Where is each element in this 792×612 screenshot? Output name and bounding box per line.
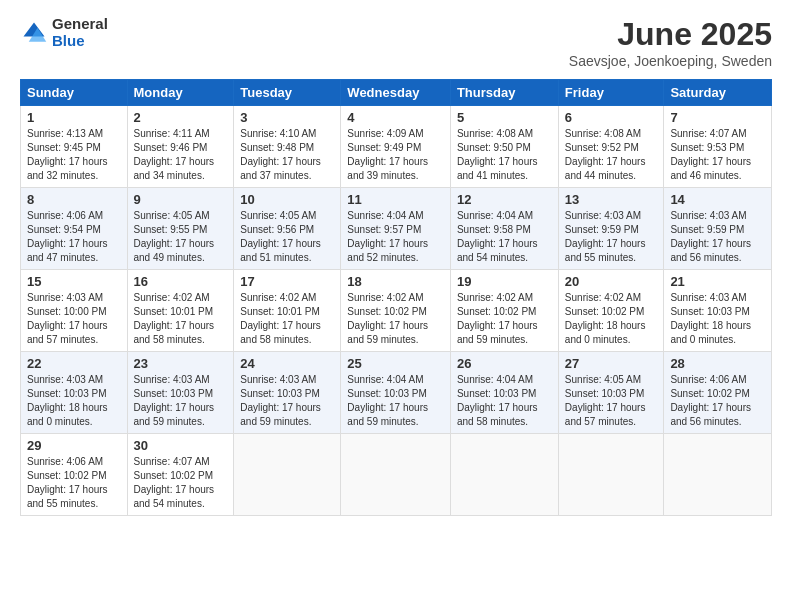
day-number: 21 (670, 274, 765, 289)
day-info: Sunrise: 4:02 AMSunset: 10:02 PMDaylight… (457, 291, 552, 347)
calendar-week-row: 1Sunrise: 4:13 AMSunset: 9:45 PMDaylight… (21, 106, 772, 188)
day-number: 6 (565, 110, 658, 125)
day-number: 9 (134, 192, 228, 207)
logo-text: General Blue (52, 16, 108, 49)
day-number: 3 (240, 110, 334, 125)
calendar-cell: 22Sunrise: 4:03 AMSunset: 10:03 PMDaylig… (21, 352, 128, 434)
day-number: 13 (565, 192, 658, 207)
calendar-cell: 28Sunrise: 4:06 AMSunset: 10:02 PMDaylig… (664, 352, 772, 434)
day-number: 7 (670, 110, 765, 125)
day-number: 18 (347, 274, 444, 289)
logo-general: General (52, 16, 108, 33)
calendar-cell (558, 434, 664, 516)
day-number: 23 (134, 356, 228, 371)
calendar-cell: 24Sunrise: 4:03 AMSunset: 10:03 PMDaylig… (234, 352, 341, 434)
day-number: 16 (134, 274, 228, 289)
day-number: 12 (457, 192, 552, 207)
day-info: Sunrise: 4:02 AMSunset: 10:02 PMDaylight… (565, 291, 658, 347)
day-number: 1 (27, 110, 121, 125)
calendar-cell: 23Sunrise: 4:03 AMSunset: 10:03 PMDaylig… (127, 352, 234, 434)
day-number: 10 (240, 192, 334, 207)
day-number: 22 (27, 356, 121, 371)
day-number: 24 (240, 356, 334, 371)
logo: General Blue (20, 16, 108, 49)
calendar-cell: 4Sunrise: 4:09 AMSunset: 9:49 PMDaylight… (341, 106, 451, 188)
day-info: Sunrise: 4:03 AMSunset: 10:00 PMDaylight… (27, 291, 121, 347)
day-number: 19 (457, 274, 552, 289)
calendar-page: General Blue June 2025 Saevsjoe, Joenkoe… (0, 0, 792, 612)
col-thursday: Thursday (450, 80, 558, 106)
calendar-cell: 17Sunrise: 4:02 AMSunset: 10:01 PMDaylig… (234, 270, 341, 352)
col-monday: Monday (127, 80, 234, 106)
day-info: Sunrise: 4:06 AMSunset: 10:02 PMDaylight… (27, 455, 121, 511)
calendar-cell (450, 434, 558, 516)
day-number: 14 (670, 192, 765, 207)
day-info: Sunrise: 4:04 AMSunset: 9:58 PMDaylight:… (457, 209, 552, 265)
calendar-week-row: 29Sunrise: 4:06 AMSunset: 10:02 PMDaylig… (21, 434, 772, 516)
col-sunday: Sunday (21, 80, 128, 106)
calendar-cell: 5Sunrise: 4:08 AMSunset: 9:50 PMDaylight… (450, 106, 558, 188)
calendar-cell (664, 434, 772, 516)
day-info: Sunrise: 4:02 AMSunset: 10:02 PMDaylight… (347, 291, 444, 347)
calendar-cell: 26Sunrise: 4:04 AMSunset: 10:03 PMDaylig… (450, 352, 558, 434)
calendar-cell: 29Sunrise: 4:06 AMSunset: 10:02 PMDaylig… (21, 434, 128, 516)
day-number: 28 (670, 356, 765, 371)
day-number: 17 (240, 274, 334, 289)
header-row: Sunday Monday Tuesday Wednesday Thursday… (21, 80, 772, 106)
calendar-cell (234, 434, 341, 516)
calendar-cell: 12Sunrise: 4:04 AMSunset: 9:58 PMDayligh… (450, 188, 558, 270)
calendar-cell: 6Sunrise: 4:08 AMSunset: 9:52 PMDaylight… (558, 106, 664, 188)
day-info: Sunrise: 4:09 AMSunset: 9:49 PMDaylight:… (347, 127, 444, 183)
day-info: Sunrise: 4:03 AMSunset: 9:59 PMDaylight:… (565, 209, 658, 265)
day-info: Sunrise: 4:03 AMSunset: 10:03 PMDaylight… (134, 373, 228, 429)
day-info: Sunrise: 4:05 AMSunset: 10:03 PMDaylight… (565, 373, 658, 429)
calendar-cell: 18Sunrise: 4:02 AMSunset: 10:02 PMDaylig… (341, 270, 451, 352)
col-saturday: Saturday (664, 80, 772, 106)
calendar-cell: 7Sunrise: 4:07 AMSunset: 9:53 PMDaylight… (664, 106, 772, 188)
day-number: 15 (27, 274, 121, 289)
day-number: 5 (457, 110, 552, 125)
day-number: 29 (27, 438, 121, 453)
day-info: Sunrise: 4:13 AMSunset: 9:45 PMDaylight:… (27, 127, 121, 183)
day-number: 30 (134, 438, 228, 453)
calendar-table: Sunday Monday Tuesday Wednesday Thursday… (20, 79, 772, 516)
day-number: 2 (134, 110, 228, 125)
day-info: Sunrise: 4:08 AMSunset: 9:50 PMDaylight:… (457, 127, 552, 183)
day-number: 26 (457, 356, 552, 371)
calendar-cell: 10Sunrise: 4:05 AMSunset: 9:56 PMDayligh… (234, 188, 341, 270)
calendar-cell: 1Sunrise: 4:13 AMSunset: 9:45 PMDaylight… (21, 106, 128, 188)
title-block: June 2025 Saevsjoe, Joenkoeping, Sweden (569, 16, 772, 69)
day-number: 4 (347, 110, 444, 125)
calendar-cell: 3Sunrise: 4:10 AMSunset: 9:48 PMDaylight… (234, 106, 341, 188)
logo-blue: Blue (52, 33, 108, 50)
day-number: 20 (565, 274, 658, 289)
calendar-cell: 2Sunrise: 4:11 AMSunset: 9:46 PMDaylight… (127, 106, 234, 188)
calendar-cell: 30Sunrise: 4:07 AMSunset: 10:02 PMDaylig… (127, 434, 234, 516)
calendar-cell: 27Sunrise: 4:05 AMSunset: 10:03 PMDaylig… (558, 352, 664, 434)
calendar-week-row: 8Sunrise: 4:06 AMSunset: 9:54 PMDaylight… (21, 188, 772, 270)
calendar-cell: 16Sunrise: 4:02 AMSunset: 10:01 PMDaylig… (127, 270, 234, 352)
calendar-cell: 14Sunrise: 4:03 AMSunset: 9:59 PMDayligh… (664, 188, 772, 270)
day-info: Sunrise: 4:02 AMSunset: 10:01 PMDaylight… (134, 291, 228, 347)
day-info: Sunrise: 4:04 AMSunset: 10:03 PMDaylight… (347, 373, 444, 429)
day-info: Sunrise: 4:07 AMSunset: 9:53 PMDaylight:… (670, 127, 765, 183)
day-number: 25 (347, 356, 444, 371)
calendar-cell: 11Sunrise: 4:04 AMSunset: 9:57 PMDayligh… (341, 188, 451, 270)
day-number: 11 (347, 192, 444, 207)
subtitle: Saevsjoe, Joenkoeping, Sweden (569, 53, 772, 69)
day-info: Sunrise: 4:10 AMSunset: 9:48 PMDaylight:… (240, 127, 334, 183)
calendar-cell: 21Sunrise: 4:03 AMSunset: 10:03 PMDaylig… (664, 270, 772, 352)
day-info: Sunrise: 4:11 AMSunset: 9:46 PMDaylight:… (134, 127, 228, 183)
logo-icon (20, 19, 48, 47)
calendar-cell: 13Sunrise: 4:03 AMSunset: 9:59 PMDayligh… (558, 188, 664, 270)
calendar-cell: 20Sunrise: 4:02 AMSunset: 10:02 PMDaylig… (558, 270, 664, 352)
day-number: 8 (27, 192, 121, 207)
calendar-week-row: 22Sunrise: 4:03 AMSunset: 10:03 PMDaylig… (21, 352, 772, 434)
day-info: Sunrise: 4:03 AMSunset: 9:59 PMDaylight:… (670, 209, 765, 265)
main-title: June 2025 (569, 16, 772, 53)
header: General Blue June 2025 Saevsjoe, Joenkoe… (20, 16, 772, 69)
col-tuesday: Tuesday (234, 80, 341, 106)
col-friday: Friday (558, 80, 664, 106)
calendar-cell: 8Sunrise: 4:06 AMSunset: 9:54 PMDaylight… (21, 188, 128, 270)
day-info: Sunrise: 4:02 AMSunset: 10:01 PMDaylight… (240, 291, 334, 347)
